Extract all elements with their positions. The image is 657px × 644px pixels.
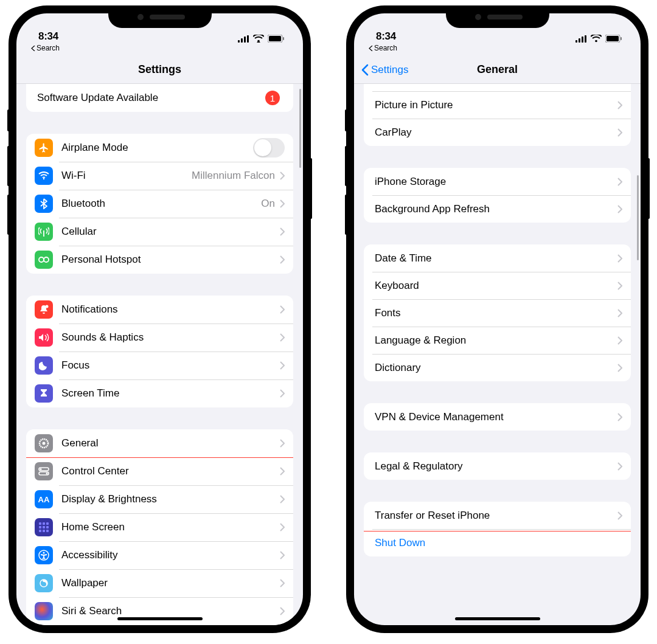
settings-scroll[interactable]: Software Update Available 1 Airplane Mod… [16, 84, 303, 625]
back-to-search[interactable]: Search [354, 44, 641, 56]
row-focus[interactable]: Focus [26, 351, 293, 379]
row-software-update[interactable]: Software Update Available 1 [26, 84, 293, 112]
row-label: Display & Brightness [61, 493, 280, 505]
svg-point-9 [39, 257, 44, 262]
svg-point-10 [44, 257, 49, 262]
status-icons [238, 35, 285, 43]
scrollbar[interactable] [637, 175, 639, 260]
svg-rect-3 [247, 35, 249, 43]
wallpaper-icon [35, 574, 53, 592]
row-label: Wi-Fi [61, 170, 192, 182]
chevron-right-icon [617, 364, 622, 372]
svg-rect-23 [46, 526, 49, 528]
speaker-icon [35, 328, 53, 347]
chevron-right-icon [617, 336, 622, 345]
row-date-time[interactable]: Date & Time [364, 244, 631, 272]
row-general[interactable]: General [26, 429, 293, 457]
row-cellular[interactable]: Cellular [26, 218, 293, 246]
caret-left-icon [369, 46, 373, 51]
row-control-center[interactable]: Control Center [26, 457, 293, 485]
row-label: Legal & Regulatory [375, 460, 617, 473]
row-iphone-storage[interactable]: iPhone Storage [364, 168, 631, 195]
svg-rect-26 [46, 530, 49, 532]
chevron-right-icon [280, 389, 285, 398]
notch [446, 6, 549, 28]
svg-point-15 [40, 468, 42, 470]
row-label: Transfer or Reset iPhone [375, 510, 617, 522]
row-shut-down[interactable]: Shut Down [364, 529, 631, 556]
bluetooth-icon [35, 195, 53, 213]
chevron-left-icon [361, 64, 369, 76]
accessibility-icon [35, 546, 53, 564]
moon-icon [35, 356, 53, 375]
home-indicator[interactable] [117, 617, 203, 620]
back-to-search[interactable]: Search [16, 44, 303, 56]
chevron-right-icon [280, 523, 285, 531]
chevron-right-icon [617, 205, 622, 213]
row-cutoff[interactable] [364, 84, 631, 91]
svg-rect-22 [43, 526, 45, 528]
svg-rect-24 [39, 530, 41, 532]
row-keyboard[interactable]: Keyboard [364, 272, 631, 299]
row-screen-time[interactable]: Screen Time [26, 379, 293, 407]
row-carplay[interactable]: CarPlay [364, 119, 631, 146]
general-scroll[interactable]: Picture in Picture CarPlay iPhone Storag… [354, 84, 641, 625]
row-label: Sounds & Haptics [61, 331, 280, 344]
nav-bar: Settings General [354, 56, 641, 84]
row-hotspot[interactable]: Personal Hotspot [26, 246, 293, 274]
row-detail: On [261, 198, 275, 210]
row-transfer-reset[interactable]: Transfer or Reset iPhone [364, 502, 631, 529]
cellular-settings-icon [35, 223, 53, 241]
row-home-screen[interactable]: Home Screen [26, 513, 293, 541]
nav-bar: Settings [16, 56, 303, 84]
svg-rect-18 [39, 522, 41, 525]
row-notifications[interactable]: Notifications [26, 296, 293, 324]
svg-rect-1 [241, 38, 243, 43]
nav-back-button[interactable]: Settings [361, 64, 408, 76]
row-language-region[interactable]: Language & Region [364, 327, 631, 354]
scrollbar[interactable] [299, 89, 301, 168]
airplane-toggle[interactable] [253, 138, 285, 158]
nav-title: General [477, 63, 518, 76]
svg-point-34 [595, 40, 597, 43]
row-display[interactable]: AA Display & Brightness [26, 485, 293, 513]
row-sounds[interactable]: Sounds & Haptics [26, 324, 293, 351]
row-label: Focus [61, 359, 280, 372]
home-indicator[interactable] [455, 617, 540, 620]
row-label: CarPlay [375, 126, 617, 139]
row-accessibility[interactable]: Accessibility [26, 541, 293, 569]
chevron-right-icon [280, 305, 285, 314]
row-airplane-mode[interactable]: Airplane Mode [26, 134, 293, 162]
svg-rect-21 [39, 526, 41, 528]
row-dictionary[interactable]: Dictionary [364, 354, 631, 381]
cellular-icon [238, 35, 249, 43]
bell-icon [35, 300, 53, 319]
row-fonts[interactable]: Fonts [364, 299, 631, 327]
svg-rect-31 [579, 38, 580, 43]
svg-point-11 [46, 305, 49, 308]
row-label: VPN & Device Management [375, 411, 617, 423]
wifi-icon [253, 35, 264, 43]
row-bluetooth[interactable]: Bluetooth On [26, 190, 293, 218]
status-time: 8:34 [38, 30, 58, 43]
row-wallpaper[interactable]: Wallpaper [26, 569, 293, 597]
row-label: Siri & Search [61, 605, 280, 617]
nav-back-label: Settings [371, 64, 408, 76]
phone-frame-right: 8:34 Search Settings General Picture in … [347, 6, 648, 632]
row-label: Shut Down [375, 537, 622, 549]
aa-icon: AA [35, 490, 53, 508]
chevron-right-icon [280, 495, 285, 504]
row-siri[interactable]: Siri & Search [26, 597, 293, 625]
row-label: Screen Time [61, 387, 280, 400]
chevron-right-icon [617, 462, 622, 471]
row-background-refresh[interactable]: Background App Refresh [364, 195, 631, 223]
row-legal[interactable]: Legal & Regulatory [364, 452, 631, 480]
row-pip[interactable]: Picture in Picture [364, 91, 631, 119]
chevron-right-icon [280, 551, 285, 559]
airplane-icon [35, 139, 53, 157]
row-vpn[interactable]: VPN & Device Management [364, 403, 631, 431]
chevron-right-icon [280, 171, 285, 180]
svg-point-17 [46, 473, 48, 474]
svg-rect-19 [43, 522, 45, 525]
row-wifi[interactable]: Wi-Fi Millennium Falcon [26, 162, 293, 190]
